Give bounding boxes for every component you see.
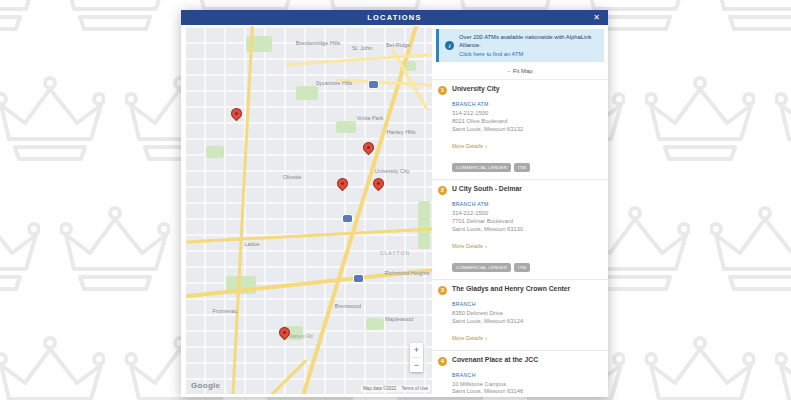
location-phone: 314-212-1500 — [452, 110, 533, 118]
crown-icon — [645, 75, 755, 185]
crown-icon — [60, 0, 170, 55]
crown-icon — [0, 335, 105, 400]
park-area — [366, 318, 384, 330]
crown-icon — [0, 0, 40, 55]
location-tag-pill: Commercial Lender — [452, 263, 511, 272]
location-city: Saint Louis, Missouri 63132 — [452, 126, 533, 134]
location-city: Saint Louis, Missouri 63146 — [452, 388, 538, 396]
map-place-label: Vinita Park — [357, 115, 384, 121]
map-place-label: Ladue — [244, 241, 259, 247]
more-details-link[interactable]: More Details› — [452, 143, 487, 149]
branch-type-link[interactable]: Branch ATM — [452, 201, 489, 207]
park-area — [336, 121, 356, 133]
location-tags: Commercial LenderITM — [452, 155, 533, 173]
caret-icon: › — [485, 143, 487, 149]
map-attribution: Map data ©2022 Terms of Use — [361, 385, 430, 392]
more-details-label: More Details — [452, 243, 483, 249]
google-logo: Google — [191, 381, 220, 390]
location-number-badge: 2 — [438, 186, 447, 195]
park-area — [296, 86, 318, 100]
find-atm-link[interactable]: Click here to find an ATM — [459, 50, 523, 58]
location-details: U City South - Delmar Branch ATM 314-212… — [452, 185, 533, 273]
crown-icon — [645, 335, 755, 400]
location-address: 7701 Delmar Boulevard — [452, 218, 533, 226]
branch-type-link[interactable]: Branch — [452, 301, 476, 307]
locations-modal: LOCATIONS ✕ Google — [181, 10, 608, 397]
crown-icon — [60, 205, 170, 315]
park-area — [418, 201, 430, 249]
location-address: 8021 Olive Boulevard — [452, 118, 533, 126]
zoom-in-button[interactable]: + — [410, 343, 423, 357]
locations-panel: i Over 200 ATMs available nationwide wit… — [432, 25, 608, 397]
interstate-shield-icon — [342, 214, 353, 223]
location-address: 10 Millstone Campus — [452, 381, 538, 389]
location-list-item[interactable]: 3 The Gladys and Henry Crown Center Bran… — [432, 280, 608, 351]
map-place-label: Frontenac — [213, 308, 238, 314]
crown-icon — [710, 205, 791, 315]
modal-header: LOCATIONS ✕ — [181, 10, 608, 25]
map-place-label: Richmond Heights — [385, 270, 430, 276]
fit-map-button[interactable]: –Fit Map — [432, 64, 608, 80]
location-list-item[interactable]: 2 U City South - Delmar Branch ATM 314-2… — [432, 180, 608, 280]
map-place-label: Breckenridge Hills — [296, 40, 340, 46]
map-place-label: Olivette — [283, 174, 302, 180]
location-phone: 314-212-1500 — [452, 210, 533, 218]
map-place-label: University City — [374, 168, 409, 174]
location-list-item[interactable]: 1 University City Branch ATM 314-212-150… — [432, 80, 608, 180]
location-details: The Gladys and Henry Crown Center Branch… — [452, 285, 570, 344]
terms-of-use-link[interactable]: Terms of Use — [401, 386, 428, 391]
location-tag-pill: ITM — [514, 263, 530, 272]
crown-icon — [0, 205, 40, 315]
location-city: Saint Louis, Missouri 63130 — [452, 226, 533, 234]
location-tag-pill: Commercial Lender — [452, 163, 511, 172]
map-zoom-control: + − — [410, 343, 423, 372]
map-place-label: Bel-Ridge — [386, 42, 410, 48]
location-name: U City South - Delmar — [452, 185, 533, 192]
map-place-label: Sycamore Hills — [316, 80, 353, 86]
more-details-link[interactable]: More Details› — [452, 243, 487, 249]
location-name: The Gladys and Henry Crown Center — [452, 285, 570, 292]
fit-map-icon: – — [507, 68, 510, 74]
location-name: Covenant Place at the JCC — [452, 356, 538, 363]
close-icon[interactable]: ✕ — [590, 10, 603, 25]
location-address: 8350 Delcrest Drive — [452, 310, 570, 318]
caret-icon: › — [485, 243, 487, 249]
map-place-label: Watson Rd — [289, 334, 313, 339]
caret-icon: › — [485, 335, 487, 341]
location-number-badge: 3 — [438, 286, 447, 295]
location-city: Saint Louis, Missouri 63124 — [452, 318, 570, 326]
banner-message: Over 200 ATMs available nationwide with … — [459, 34, 591, 48]
map-place-label: CLAYTON — [380, 250, 410, 256]
crown-icon — [775, 75, 791, 185]
more-details-label: More Details — [452, 143, 483, 149]
fit-map-label: Fit Map — [513, 68, 533, 74]
map-place-label: Maplewood — [385, 316, 413, 322]
locations-list[interactable]: 1 University City Branch ATM 314-212-150… — [432, 80, 608, 397]
branch-type-link[interactable]: Branch ATM — [452, 101, 489, 107]
info-icon: i — [445, 41, 454, 50]
map-place-label: Brentwood — [335, 303, 361, 309]
crown-icon — [775, 335, 791, 400]
more-details-link[interactable]: More Details› — [452, 335, 487, 341]
map[interactable]: Google Map data ©2022 Terms of Use + − B… — [186, 26, 432, 394]
zoom-out-button[interactable]: − — [410, 358, 423, 372]
map-place-label: St. John — [352, 45, 372, 51]
location-details: University City Branch ATM 314-212-1500 … — [452, 85, 533, 173]
branch-type-link[interactable]: Branch — [452, 372, 476, 378]
interstate-shield-icon — [368, 80, 379, 89]
modal-title: LOCATIONS — [367, 13, 421, 22]
interstate-shield-icon — [353, 274, 364, 283]
location-tag-pill: ITM — [514, 163, 530, 172]
map-data-text: Map data ©2022 — [363, 386, 396, 391]
more-details-label: More Details — [452, 335, 483, 341]
location-details: Covenant Place at the JCC Branch 10 Mill… — [452, 356, 538, 397]
map-place-label: Hanley Hills — [386, 129, 415, 135]
location-list-item[interactable]: 4 Covenant Place at the JCC Branch 10 Mi… — [432, 351, 608, 397]
location-tags: Commercial LenderITM — [452, 255, 533, 273]
crown-icon — [0, 75, 105, 185]
location-name: University City — [452, 85, 533, 92]
park-area — [206, 146, 224, 158]
location-number-badge: 4 — [438, 357, 447, 366]
crown-icon — [710, 0, 791, 55]
atm-info-banner: i Over 200 ATMs available nationwide wit… — [436, 29, 604, 62]
